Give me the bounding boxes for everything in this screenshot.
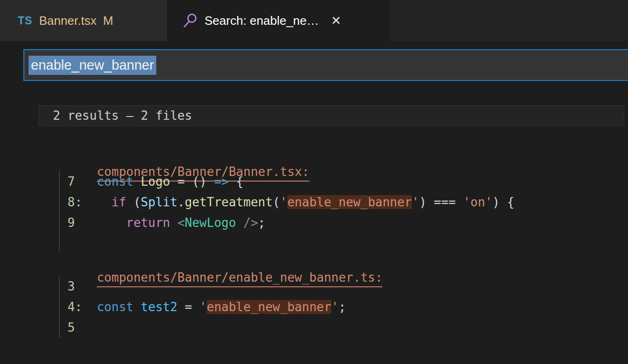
code-token: /> [236,216,258,230]
result-line-3[interactable]: 3 [53,276,75,297]
code-token: getTreatment [185,195,273,209]
code-token: ' [199,300,207,314]
code-token: const [97,175,141,189]
line-number: 4: [53,300,97,314]
code-token: => [214,175,236,189]
code-token: test2 [141,300,185,314]
tab-search-editor[interactable]: Search: enable_ne… ✕ [167,0,389,41]
search-editor-body: enable_new_banner 2 results – 2 files co… [0,41,628,364]
code-token: ' [412,195,419,209]
selected-query-text: enable_new_banner [29,56,156,75]
tab-banner-label: Banner.tsx [39,14,96,28]
code-token: ' [331,300,339,314]
results-summary-line: 2 results – 2 files [38,105,624,126]
search-match-highlight: enable_new_banner [287,195,412,209]
code-token: = [185,300,199,314]
results-summary-text: 2 results – 2 files [53,109,192,123]
code-token: ) { [492,195,514,209]
result-line-8-match[interactable]: 8: if (Split.getTreatment('enable_new_ba… [53,192,514,212]
result-line-7[interactable]: 7 const Logo = () => { [53,171,243,192]
code-token: ' [280,195,287,209]
tab-banner-tsx[interactable]: TS Banner.tsx M [0,0,167,41]
code-token: ; [339,300,346,314]
code-token: = () [177,175,214,189]
code-token: < [177,216,185,230]
code-token: NewLogo [185,216,236,230]
code-token: === [426,195,463,209]
line-number: 3 [53,279,75,293]
code-token: return [126,216,178,230]
code-token: ( [126,195,141,209]
code-token: const [97,300,141,314]
file-heading-enable-new-banner-ts[interactable]: components/Banner/enable_new_banner.ts: [53,256,382,298]
vscode-window: TS Banner.tsx M Search: enable_ne… ✕ ena… [0,0,628,364]
search-match-highlight: enable_new_banner [207,300,331,314]
search-query-input[interactable]: enable_new_banner [23,49,628,81]
close-icon[interactable]: ✕ [331,14,341,28]
typescript-file-icon: TS [18,15,32,27]
code-token: . [177,195,185,209]
line-number: 8: [53,195,111,209]
code-token: Logo [141,175,177,189]
code-token: ( [273,195,280,209]
code-token: ) [419,195,427,209]
code-token: Split [141,195,177,209]
line-number: 5 [53,320,75,335]
modified-badge: M [103,14,113,28]
result-line-4-match[interactable]: 4: const test2 = 'enable_new_banner'; [53,297,346,317]
code-token: { [236,175,243,189]
search-icon [182,12,198,29]
tab-search-label: Search: enable_ne… [204,14,319,28]
code-token: if [111,195,126,209]
code-token: ; [258,216,265,230]
line-number: 7 [53,175,97,189]
result-line-5[interactable]: 5 [53,317,75,338]
code-token: 'on' [463,195,493,209]
tab-bar: TS Banner.tsx M Search: enable_ne… ✕ [0,0,628,41]
result-line-9[interactable]: 9 return <NewLogo />; [53,212,265,233]
line-number: 9 [53,216,126,230]
